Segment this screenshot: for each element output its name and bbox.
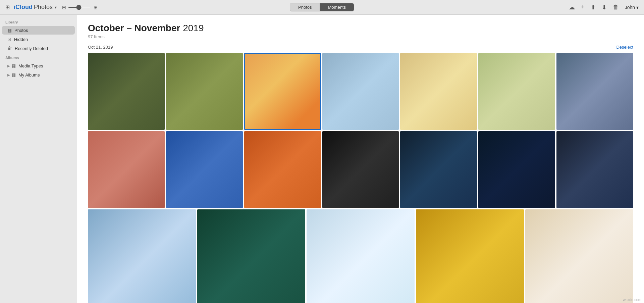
date-label-oct21: Oct 21, 2019	[88, 45, 113, 50]
delete-icon[interactable]: 🗑	[613, 4, 619, 11]
app-logo: iCloud Photos ▾	[14, 4, 57, 11]
photo-grid-row2	[88, 131, 633, 208]
share-icon[interactable]: ⬆	[591, 4, 596, 11]
sidebar-item-my-albums[interactable]: ▶ ▦ My Albums	[2, 70, 75, 79]
albums-section-label: Albums	[0, 53, 77, 61]
icloud-label: iCloud	[14, 4, 33, 11]
recently-deleted-icon: 🗑	[7, 46, 12, 51]
content-title: October – November 2019	[88, 23, 633, 34]
photos-label: Photos	[34, 4, 53, 11]
toolbar-actions: ☁ + ⬆ ⬇ 🗑 John ▾	[569, 4, 639, 11]
photo-cell[interactable]	[197, 209, 305, 303]
media-types-icon: ▦	[11, 63, 16, 68]
title-year: 2019	[183, 23, 204, 33]
photo-cell[interactable]	[322, 53, 399, 130]
photo-cell[interactable]	[307, 209, 415, 303]
sidebar-item-photos[interactable]: ▦ Photos	[2, 26, 75, 35]
hidden-icon: ⊡	[7, 37, 11, 42]
topbar: ⊞ iCloud Photos ▾ ⊟ ⊞ Photos Moments ☁ +…	[0, 0, 644, 15]
tab-photos[interactable]: Photos	[290, 3, 320, 11]
photos-icon: ▦	[7, 28, 12, 33]
photo-cell[interactable]	[88, 209, 196, 303]
sidebar-toggle[interactable]: ⊞	[5, 4, 10, 10]
zoom-slider[interactable]	[68, 7, 92, 8]
media-types-expand-icon: ▶	[7, 64, 10, 68]
zoom-controls: ⊟ ⊞	[62, 5, 98, 10]
photo-cell[interactable]	[166, 53, 243, 130]
main-layout: Library ▦ Photos ⊡ Hidden 🗑 Recently Del…	[0, 15, 644, 303]
sidebar-item-media-types[interactable]: ▶ ▦ Media Types	[2, 61, 75, 70]
photo-cell[interactable]	[88, 131, 165, 208]
photo-cell[interactable]	[166, 131, 243, 208]
main-content: October – November 2019 97 Items Oct 21,…	[77, 15, 644, 303]
download-icon[interactable]: ⬇	[602, 4, 607, 11]
sidebar-item-photos-label: Photos	[14, 28, 28, 33]
photo-cell-selected[interactable]	[244, 53, 321, 130]
photo-cell[interactable]	[416, 209, 524, 303]
photo-cell[interactable]	[244, 131, 321, 208]
date-label-row-oct21: Oct 21, 2019 Deselect	[88, 45, 633, 50]
photo-cell[interactable]	[556, 53, 633, 130]
sidebar-item-my-albums-label: My Albums	[18, 72, 40, 78]
logo-chevron-icon[interactable]: ▾	[55, 5, 57, 10]
title-period: October – November	[88, 23, 180, 33]
content-header: October – November 2019 97 Items	[88, 23, 633, 39]
view-tab-group: Photos Moments	[290, 3, 354, 11]
photo-cell[interactable]	[400, 131, 477, 208]
photo-cell[interactable]	[525, 209, 633, 303]
upload-to-cloud-icon[interactable]: ☁	[569, 4, 575, 11]
zoom-out-icon: ⊟	[62, 5, 66, 10]
my-albums-icon: ▦	[11, 72, 16, 78]
tab-group-container: Photos Moments	[290, 3, 354, 11]
photo-cell[interactable]	[400, 53, 477, 130]
tab-moments[interactable]: Moments	[320, 3, 354, 11]
photo-grid-row1	[88, 53, 633, 130]
content-subtitle: 97 Items	[88, 34, 633, 39]
photo-cell[interactable]	[478, 131, 555, 208]
sidebar-item-recently-deleted-label: Recently Deleted	[15, 46, 48, 51]
library-section-label: Library	[0, 17, 77, 26]
photo-cell[interactable]	[556, 131, 633, 208]
add-icon[interactable]: +	[581, 4, 585, 11]
sidebar-item-hidden[interactable]: ⊡ Hidden	[2, 35, 75, 44]
deselect-button[interactable]: Deselect	[616, 45, 633, 50]
photo-cell[interactable]	[322, 131, 399, 208]
user-menu[interactable]: John ▾	[625, 5, 639, 10]
sidebar-item-recently-deleted[interactable]: 🗑 Recently Deleted	[2, 44, 75, 53]
sidebar-item-hidden-label: Hidden	[14, 37, 28, 42]
sidebar-item-media-types-label: Media Types	[18, 63, 43, 68]
my-albums-expand-icon: ▶	[7, 73, 10, 77]
zoom-in-icon: ⊞	[94, 5, 98, 10]
date-group-oct21: Oct 21, 2019 Deselect	[88, 45, 633, 303]
watermark: wsxdn.com	[623, 298, 641, 302]
sidebar: Library ▦ Photos ⊡ Hidden 🗑 Recently Del…	[0, 15, 77, 303]
photo-cell[interactable]	[88, 53, 165, 130]
photo-cell[interactable]	[478, 53, 555, 130]
photo-grid-row3	[88, 209, 633, 303]
